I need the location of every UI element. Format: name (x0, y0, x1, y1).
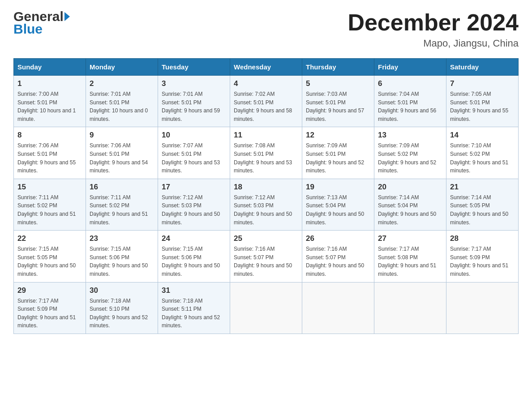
day-info: Sunrise: 7:17 AMSunset: 5:09 PMDaylight:… (17, 297, 82, 330)
day-number: 22 (17, 234, 82, 243)
calendar-cell: 25Sunrise: 7:16 AMSunset: 5:07 PMDayligh… (230, 231, 302, 282)
day-info: Sunrise: 7:03 AMSunset: 5:01 PMDaylight:… (306, 90, 370, 123)
calendar-cell: 23Sunrise: 7:15 AMSunset: 5:06 PMDayligh… (86, 231, 158, 282)
calendar-cell: 20Sunrise: 7:14 AMSunset: 5:04 PMDayligh… (374, 179, 446, 230)
calendar-cell: 31Sunrise: 7:18 AMSunset: 5:11 PMDayligh… (158, 282, 230, 334)
logo-blue-text: Blue (13, 21, 43, 37)
day-info: Sunrise: 7:16 AMSunset: 5:07 PMDaylight:… (306, 245, 370, 278)
day-number: 20 (378, 183, 442, 192)
calendar-cell: 8Sunrise: 7:06 AMSunset: 5:01 PMDaylight… (14, 127, 86, 179)
calendar-cell: 16Sunrise: 7:11 AMSunset: 5:02 PMDayligh… (86, 179, 158, 230)
calendar-cell (230, 282, 302, 334)
weekday-header-friday: Friday (374, 59, 446, 76)
calendar-cell: 15Sunrise: 7:11 AMSunset: 5:02 PMDayligh… (14, 179, 86, 230)
calendar-cell: 22Sunrise: 7:15 AMSunset: 5:05 PMDayligh… (14, 231, 86, 282)
calendar-cell: 29Sunrise: 7:17 AMSunset: 5:09 PMDayligh… (14, 282, 86, 334)
day-number: 13 (378, 131, 442, 140)
calendar-cell: 26Sunrise: 7:16 AMSunset: 5:07 PMDayligh… (302, 231, 374, 282)
day-number: 17 (162, 183, 226, 192)
calendar-cell: 10Sunrise: 7:07 AMSunset: 5:01 PMDayligh… (158, 127, 230, 179)
day-number: 1 (17, 79, 82, 88)
day-info: Sunrise: 7:07 AMSunset: 5:01 PMDaylight:… (162, 141, 226, 175)
weekday-header-sunday: Sunday (14, 59, 86, 76)
day-number: 11 (234, 131, 298, 140)
day-info: Sunrise: 7:10 AMSunset: 5:02 PMDaylight:… (450, 141, 515, 175)
calendar-cell: 30Sunrise: 7:18 AMSunset: 5:10 PMDayligh… (86, 282, 158, 334)
calendar-cell: 27Sunrise: 7:17 AMSunset: 5:08 PMDayligh… (374, 231, 446, 282)
day-number: 29 (17, 286, 82, 295)
day-number: 24 (162, 234, 226, 243)
calendar-cell: 18Sunrise: 7:12 AMSunset: 5:03 PMDayligh… (230, 179, 302, 230)
calendar-cell: 13Sunrise: 7:09 AMSunset: 5:02 PMDayligh… (374, 127, 446, 179)
day-info: Sunrise: 7:18 AMSunset: 5:11 PMDaylight:… (162, 297, 226, 330)
calendar-cell: 4Sunrise: 7:02 AMSunset: 5:01 PMDaylight… (230, 76, 302, 127)
page-header: General Blue December 2024 Mapo, Jiangsu… (13, 9, 519, 49)
logo-arrow-icon (64, 12, 70, 21)
day-info: Sunrise: 7:00 AMSunset: 5:01 PMDaylight:… (17, 90, 82, 123)
day-number: 27 (378, 234, 442, 243)
day-number: 21 (450, 183, 515, 192)
day-number: 9 (90, 131, 154, 140)
day-number: 12 (306, 131, 370, 140)
day-info: Sunrise: 7:17 AMSunset: 5:09 PMDaylight:… (450, 245, 515, 278)
day-number: 18 (234, 183, 298, 192)
calendar-cell: 24Sunrise: 7:15 AMSunset: 5:06 PMDayligh… (158, 231, 230, 282)
day-info: Sunrise: 7:13 AMSunset: 5:04 PMDaylight:… (306, 193, 370, 227)
calendar-cell: 7Sunrise: 7:05 AMSunset: 5:01 PMDaylight… (446, 76, 519, 127)
day-info: Sunrise: 7:01 AMSunset: 5:01 PMDaylight:… (162, 90, 226, 123)
calendar-cell: 12Sunrise: 7:09 AMSunset: 5:01 PMDayligh… (302, 127, 374, 179)
day-number: 16 (90, 183, 154, 192)
day-info: Sunrise: 7:17 AMSunset: 5:08 PMDaylight:… (378, 245, 442, 278)
weekday-header-wednesday: Wednesday (230, 59, 302, 76)
weekday-header-saturday: Saturday (446, 59, 519, 76)
day-info: Sunrise: 7:02 AMSunset: 5:01 PMDaylight:… (234, 90, 298, 123)
calendar-cell: 21Sunrise: 7:14 AMSunset: 5:05 PMDayligh… (446, 179, 519, 230)
day-number: 10 (162, 131, 226, 140)
calendar-cell: 11Sunrise: 7:08 AMSunset: 5:01 PMDayligh… (230, 127, 302, 179)
day-info: Sunrise: 7:18 AMSunset: 5:10 PMDaylight:… (90, 297, 154, 330)
day-number: 7 (450, 79, 515, 88)
calendar-body: 1Sunrise: 7:00 AMSunset: 5:01 PMDaylight… (14, 76, 519, 334)
day-number: 19 (306, 183, 370, 192)
calendar-cell: 2Sunrise: 7:01 AMSunset: 5:01 PMDaylight… (86, 76, 158, 127)
day-info: Sunrise: 7:12 AMSunset: 5:03 PMDaylight:… (162, 193, 226, 227)
day-number: 25 (234, 234, 298, 243)
day-number: 5 (306, 79, 370, 88)
day-number: 15 (17, 183, 82, 192)
day-info: Sunrise: 7:09 AMSunset: 5:02 PMDaylight:… (378, 141, 442, 175)
calendar-cell: 19Sunrise: 7:13 AMSunset: 5:04 PMDayligh… (302, 179, 374, 230)
calendar-cell: 28Sunrise: 7:17 AMSunset: 5:09 PMDayligh… (446, 231, 519, 282)
day-info: Sunrise: 7:16 AMSunset: 5:07 PMDaylight:… (234, 245, 298, 278)
day-info: Sunrise: 7:15 AMSunset: 5:06 PMDaylight:… (162, 245, 226, 278)
day-number: 6 (378, 79, 442, 88)
day-info: Sunrise: 7:04 AMSunset: 5:01 PMDaylight:… (378, 90, 442, 123)
day-info: Sunrise: 7:14 AMSunset: 5:05 PMDaylight:… (450, 193, 515, 227)
day-number: 4 (234, 79, 298, 88)
day-info: Sunrise: 7:08 AMSunset: 5:01 PMDaylight:… (234, 141, 298, 175)
calendar-cell: 9Sunrise: 7:06 AMSunset: 5:01 PMDaylight… (86, 127, 158, 179)
day-info: Sunrise: 7:06 AMSunset: 5:01 PMDaylight:… (17, 141, 82, 175)
day-info: Sunrise: 7:05 AMSunset: 5:01 PMDaylight:… (450, 90, 515, 123)
day-number: 14 (450, 131, 515, 140)
day-info: Sunrise: 7:06 AMSunset: 5:01 PMDaylight:… (90, 141, 154, 175)
day-info: Sunrise: 7:15 AMSunset: 5:06 PMDaylight:… (90, 245, 154, 278)
day-info: Sunrise: 7:14 AMSunset: 5:04 PMDaylight:… (378, 193, 442, 227)
calendar-header: SundayMondayTuesdayWednesdayThursdayFrid… (14, 59, 519, 76)
calendar-cell: 14Sunrise: 7:10 AMSunset: 5:02 PMDayligh… (446, 127, 519, 179)
day-number: 26 (306, 234, 370, 243)
day-number: 2 (90, 79, 154, 88)
day-info: Sunrise: 7:12 AMSunset: 5:03 PMDaylight:… (234, 193, 298, 227)
day-info: Sunrise: 7:11 AMSunset: 5:02 PMDaylight:… (17, 193, 82, 227)
day-number: 23 (90, 234, 154, 243)
title-section: December 2024 Mapo, Jiangsu, China (348, 9, 519, 49)
calendar-cell (374, 282, 446, 334)
day-info: Sunrise: 7:11 AMSunset: 5:02 PMDaylight:… (90, 193, 154, 227)
calendar-cell: 3Sunrise: 7:01 AMSunset: 5:01 PMDaylight… (158, 76, 230, 127)
weekday-header-tuesday: Tuesday (158, 59, 230, 76)
logo: General Blue (13, 9, 70, 37)
calendar-cell: 5Sunrise: 7:03 AMSunset: 5:01 PMDaylight… (302, 76, 374, 127)
day-number: 28 (450, 234, 515, 243)
calendar-cell (302, 282, 374, 334)
weekday-header-thursday: Thursday (302, 59, 374, 76)
weekday-header-monday: Monday (86, 59, 158, 76)
